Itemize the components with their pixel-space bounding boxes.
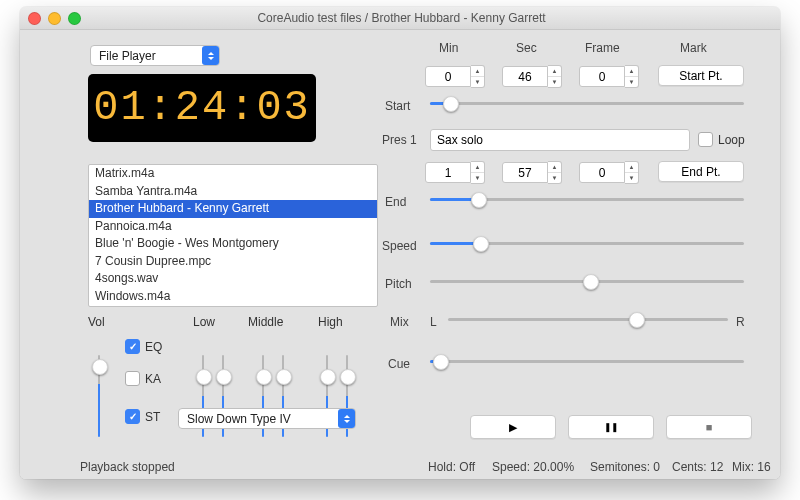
window-title: CoreAudio test files / Brother Hubbard -… (31, 11, 772, 25)
vol-label: Vol (88, 315, 105, 329)
stepper-icon[interactable]: ▲▼ (471, 161, 485, 184)
cue-label: Cue (388, 357, 410, 371)
stepper-icon[interactable]: ▲▼ (471, 65, 485, 88)
pitch-label: Pitch (385, 277, 412, 291)
stepper-icon[interactable]: ▲▼ (625, 65, 639, 88)
stepper-icon[interactable]: ▲▼ (625, 161, 639, 184)
st-checkbox-label: ST (145, 410, 160, 424)
vol-slider[interactable] (92, 359, 108, 375)
end-sec-input[interactable] (502, 162, 548, 183)
status-cents: Cents: 12 (672, 460, 723, 474)
app-window: CoreAudio test files / Brother Hubbard -… (20, 7, 780, 479)
source-select[interactable]: File Player (90, 45, 220, 66)
play-icon: ▶ (509, 421, 517, 434)
pause-icon: ❚❚ (604, 422, 618, 432)
titlebar: CoreAudio test files / Brother Hubbard -… (20, 7, 780, 30)
mix-l-label: L (430, 315, 437, 329)
status-semitones: Semitones: 0 (590, 460, 660, 474)
status-mix: Mix: 16 (732, 460, 771, 474)
min-header: Min (439, 41, 458, 55)
frame-header: Frame (585, 41, 620, 55)
list-item[interactable]: Brother Hubbard - Kenny Garrett (89, 200, 377, 218)
end-point-button[interactable]: End Pt. (658, 161, 744, 182)
start-frame-input[interactable] (579, 66, 625, 87)
ka-checkbox[interactable] (125, 371, 140, 386)
slowdown-select[interactable]: Slow Down Type IV (178, 408, 356, 429)
eq-checkbox-label: EQ (145, 340, 162, 354)
time-display: 01:24:03 (88, 74, 316, 142)
preset-name-input[interactable] (430, 129, 690, 151)
stepper-icon[interactable]: ▲▼ (548, 161, 562, 184)
status-speed: Speed: 20.00% (492, 460, 574, 474)
loop-label: Loop (718, 133, 745, 147)
high-slider-1[interactable] (320, 369, 336, 385)
high-label: High (318, 315, 343, 329)
list-item[interactable]: Pannoica.m4a (89, 218, 377, 236)
preset-label: Pres 1 (382, 133, 417, 147)
start-min-input[interactable] (425, 66, 471, 87)
cue-slider[interactable] (430, 353, 744, 369)
speed-label: Speed (382, 239, 417, 253)
end-min-input[interactable] (425, 162, 471, 183)
mid-label: Middle (248, 315, 283, 329)
list-item[interactable]: Windows.m4a (89, 288, 377, 306)
start-slider[interactable] (430, 95, 744, 111)
st-checkbox[interactable] (125, 409, 140, 424)
status-hold: Hold: Off (428, 460, 475, 474)
start-sec-input[interactable] (502, 66, 548, 87)
low-slider-1[interactable] (196, 369, 212, 385)
list-item[interactable]: Blue 'n' Boogie - Wes Montgomery (89, 235, 377, 253)
pause-button[interactable]: ❚❚ (568, 415, 654, 439)
pitch-slider[interactable] (430, 273, 744, 289)
low-label: Low (193, 315, 215, 329)
ka-checkbox-label: KA (145, 372, 161, 386)
file-list[interactable]: Matrix.m4aSamba Yantra.m4aBrother Hubbar… (88, 164, 378, 307)
sec-header: Sec (516, 41, 537, 55)
mark-header: Mark (680, 41, 707, 55)
mid-slider-2[interactable] (276, 369, 292, 385)
end-label: End (385, 195, 406, 209)
eq-checkbox[interactable] (125, 339, 140, 354)
mix-label: Mix (390, 315, 409, 329)
start-point-button[interactable]: Start Pt. (658, 65, 744, 86)
speed-slider[interactable] (430, 235, 744, 251)
list-item[interactable]: Samba Yantra.m4a (89, 183, 377, 201)
end-frame-input[interactable] (579, 162, 625, 183)
list-item[interactable]: 4songs.wav (89, 270, 377, 288)
status-state: Playback stopped (80, 460, 175, 474)
loop-checkbox[interactable] (698, 132, 713, 147)
mid-slider-1[interactable] (256, 369, 272, 385)
stop-button[interactable]: ■ (666, 415, 752, 439)
stepper-icon[interactable]: ▲▼ (548, 65, 562, 88)
play-button[interactable]: ▶ (470, 415, 556, 439)
mix-slider[interactable] (448, 311, 728, 327)
mix-r-label: R (736, 315, 745, 329)
status-bar: Playback stopped Hold: Off Speed: 20.00%… (20, 456, 780, 479)
end-slider[interactable] (430, 191, 744, 207)
start-label: Start (385, 99, 410, 113)
list-item[interactable]: Matrix.m4a (89, 165, 377, 183)
stop-icon: ■ (706, 421, 713, 433)
low-slider-2[interactable] (216, 369, 232, 385)
high-slider-2[interactable] (340, 369, 356, 385)
list-item[interactable]: 7 Cousin Dupree.mpc (89, 253, 377, 271)
list-item[interactable]: On The Backside - The Brecker Brothers (89, 305, 377, 307)
